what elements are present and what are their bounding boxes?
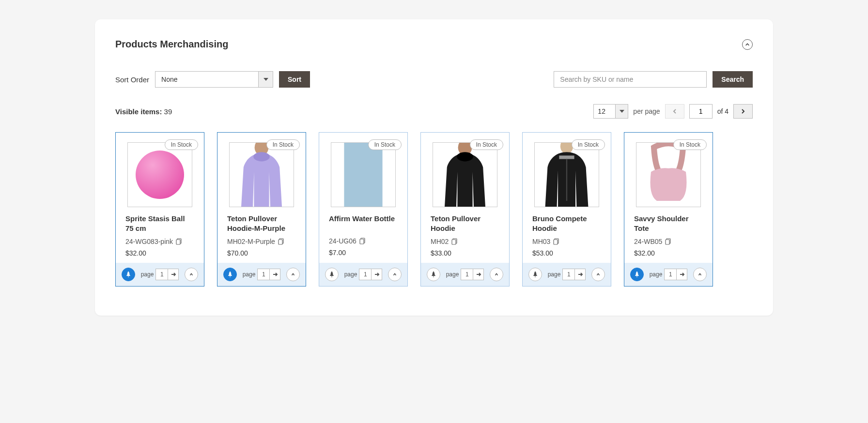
stock-badge: In Stock: [165, 139, 198, 150]
product-card[interactable]: In Stock Teton Pullover Hoodie-M-Purple …: [217, 132, 306, 287]
svg-rect-6: [279, 240, 282, 244]
page-prev-button[interactable]: [665, 104, 684, 119]
card-page-value[interactable]: 1: [665, 271, 676, 278]
move-up-button[interactable]: [388, 268, 402, 281]
product-image: [229, 142, 294, 207]
caret-down-icon: [264, 78, 268, 81]
product-image: [636, 142, 701, 207]
product-sku: MH02-M-Purple: [227, 238, 275, 245]
card-page-go-button[interactable]: [269, 269, 280, 280]
svg-point-4: [253, 152, 270, 161]
product-price: $53.00: [532, 249, 601, 257]
card-page-go-button[interactable]: [473, 269, 483, 280]
product-sku-row: 24-UG06: [329, 237, 398, 245]
svg-rect-16: [452, 240, 456, 244]
card-page-value[interactable]: 1: [156, 271, 168, 278]
card-page-label: page: [446, 271, 459, 278]
copy-sku-button[interactable]: [451, 238, 458, 245]
card-page-value[interactable]: 1: [461, 271, 473, 278]
product-sku: 24-WB05: [634, 238, 662, 245]
search-button[interactable]: Search: [713, 71, 753, 88]
product-sku: MH03: [532, 238, 550, 245]
card-page-value[interactable]: 1: [563, 271, 574, 278]
card-page-go-button[interactable]: [371, 269, 382, 280]
pin-button[interactable]: [122, 268, 135, 281]
product-card[interactable]: In Stock Teton Pullover Hoodie MH02 $33.…: [420, 132, 510, 287]
pin-button[interactable]: [427, 268, 440, 281]
move-up-button[interactable]: [185, 268, 198, 281]
product-sku-row: MH02: [431, 238, 499, 245]
per-page-select[interactable]: 12: [593, 104, 628, 119]
product-card[interactable]: In Stock Affirm Water Bottle 24-UG06 $7.…: [319, 132, 408, 287]
move-up-button[interactable]: [490, 268, 503, 281]
per-page-value: 12: [594, 105, 615, 118]
card-page-label: page: [141, 271, 154, 278]
product-sku-row: 24-WB05: [634, 238, 703, 245]
card-page-label: page: [344, 271, 357, 278]
product-sku-row: MH03: [532, 238, 601, 245]
sort-order-label: Sort Order: [115, 76, 149, 84]
move-up-button[interactable]: [286, 268, 300, 281]
page-current-input[interactable]: [689, 104, 713, 119]
panel-title: Products Merchandising: [115, 39, 228, 50]
copy-sku-button[interactable]: [278, 238, 285, 245]
product-name: Sprite Stasis Ball 75 cm: [125, 214, 194, 234]
move-up-button[interactable]: [693, 268, 707, 281]
sort-button[interactable]: Sort: [279, 71, 310, 88]
card-page-value[interactable]: 1: [258, 271, 269, 278]
card-page-control: page 1: [548, 269, 586, 280]
card-page-go-button[interactable]: [676, 269, 687, 280]
product-name: Teton Pullover Hoodie: [431, 214, 499, 234]
copy-sku-button[interactable]: [665, 238, 672, 245]
product-card[interactable]: In Stock Bruno Compete Hoodie MH03 $53.0…: [522, 132, 611, 287]
stock-badge: In Stock: [673, 139, 707, 150]
product-grid: In Stock Sprite Stasis Ball 75 cm 24-WG0…: [115, 132, 753, 287]
product-price: $32.00: [634, 249, 703, 257]
pin-button[interactable]: [223, 268, 237, 281]
stock-badge: In Stock: [572, 139, 605, 150]
svg-point-14: [457, 152, 473, 161]
copy-sku-button[interactable]: [553, 238, 560, 245]
card-page-control: page 1: [446, 269, 484, 280]
copy-sku-button[interactable]: [359, 238, 366, 244]
pin-button[interactable]: [630, 268, 644, 281]
card-page-label: page: [548, 271, 561, 278]
pin-button[interactable]: [528, 268, 542, 281]
pin-button[interactable]: [325, 268, 339, 281]
page-next-button[interactable]: [733, 104, 753, 119]
card-page-value[interactable]: 1: [359, 271, 371, 278]
visible-items-status: Visible items: 39: [115, 107, 172, 116]
card-page-go-button[interactable]: [574, 269, 585, 280]
stock-badge: In Stock: [368, 139, 402, 150]
per-page-dropdown-button[interactable]: [615, 105, 628, 118]
sort-order-select[interactable]: None: [155, 71, 273, 88]
product-card[interactable]: In Stock Savvy Shoulder Tote 24-WB05 $32…: [624, 132, 713, 287]
svg-rect-1: [176, 240, 180, 244]
product-price: $7.00: [329, 249, 398, 257]
sort-order-dropdown-button[interactable]: [258, 72, 273, 87]
card-page-control: page 1: [344, 269, 383, 280]
card-page-control: page 1: [650, 269, 688, 280]
card-page-control: page 1: [243, 269, 281, 280]
copy-sku-button[interactable]: [176, 238, 183, 245]
card-page-go-button[interactable]: [168, 269, 178, 280]
svg-rect-11: [360, 239, 364, 244]
chevron-up-icon: [745, 42, 750, 47]
product-name: Bruno Compete Hoodie: [532, 214, 601, 234]
product-sku-row: MH02-M-Purple: [227, 238, 296, 245]
move-up-button[interactable]: [591, 268, 605, 281]
product-image: [534, 142, 599, 207]
search-input[interactable]: [554, 71, 707, 88]
product-card[interactable]: In Stock Sprite Stasis Ball 75 cm 24-WG0…: [115, 132, 204, 287]
sort-order-value: None: [155, 72, 258, 87]
caret-down-icon: [620, 110, 624, 113]
stock-badge: In Stock: [470, 139, 503, 150]
product-price: $32.00: [125, 249, 194, 257]
product-image: [127, 142, 192, 207]
merchandising-panel: Products Merchandising Sort Order None S…: [95, 19, 773, 316]
product-price: $33.00: [431, 249, 499, 257]
stock-badge: In Stock: [266, 139, 300, 150]
collapse-toggle[interactable]: [742, 39, 753, 50]
product-name: Savvy Shoulder Tote: [634, 214, 703, 234]
product-price: $70.00: [227, 249, 296, 257]
